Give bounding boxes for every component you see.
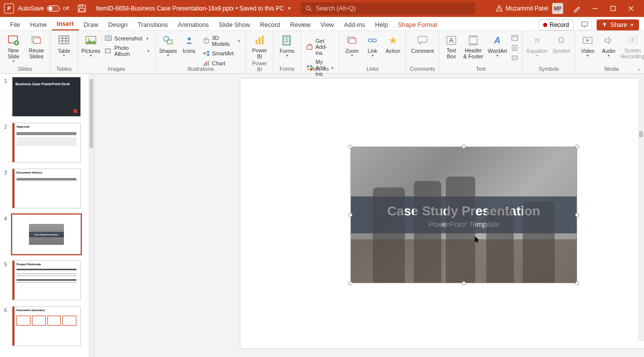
screenshot-button[interactable]: Screenshot▼ [103,34,152,43]
svg-point-56 [372,39,376,42]
resize-handle-nw[interactable] [348,145,352,149]
date-time-button[interactable] [510,34,519,42]
svg-rect-11 [582,22,588,26]
search-placeholder: Search (Alt+Q) [316,5,356,12]
record-button[interactable]: Record [539,19,574,30]
resize-handle-w[interactable] [348,213,352,217]
resize-handle-sw[interactable] [348,281,352,285]
object-button[interactable] [510,54,519,62]
svg-rect-69 [513,57,516,59]
minimize-button[interactable] [586,1,604,15]
autosave-toggle[interactable]: AutoSave Off [18,5,69,12]
resize-handle-e[interactable] [575,213,579,217]
tab-slideshow[interactable]: Slide Show [214,18,255,30]
tab-animations[interactable]: Animations [173,18,214,30]
present-mode-button[interactable] [578,18,592,30]
maximize-button[interactable] [604,1,622,15]
thumb-slide-2[interactable]: 2 Approval [0,120,94,166]
svg-line-37 [205,53,207,55]
photo-album-button[interactable]: Photo Album▼ [103,44,152,58]
thumb-slide-3[interactable]: 3 Document History [0,166,94,211]
svg-rect-1 [80,5,83,7]
textbox-button[interactable]: A Text Box [442,33,460,59]
pen-icon[interactable] [573,4,581,12]
forms-button[interactable]: Forms▼ [277,33,298,57]
selected-image-shape[interactable]: Case Study Presentation PowerPoint Templ… [350,147,577,283]
ribbon-tabs: File Home Insert Draw Design Transitions… [0,17,644,31]
tab-view[interactable]: View [316,18,339,30]
thumb-slide-5[interactable]: 5 Project Rationale [0,257,94,303]
resize-handle-s[interactable] [462,281,466,285]
editor-scrollbar[interactable] [638,74,644,341]
action-button[interactable]: Action [383,33,402,54]
group-links: Zoom▼ Link▼ Action Links [339,31,406,73]
svg-point-3 [307,6,310,9]
tab-file[interactable]: File [5,18,25,30]
resize-handle-ne[interactable] [575,145,579,149]
audio-button[interactable]: Audio▼ [599,33,618,57]
table-button[interactable]: Table▼ [53,33,74,57]
save-icon[interactable] [78,4,86,12]
tab-help[interactable]: Help [370,18,393,30]
tab-record[interactable]: Record [255,18,285,30]
tab-draw[interactable]: Draw [79,18,103,30]
icons-button[interactable]: Icons [180,33,199,54]
equation-button[interactable]: π Equation▼ [526,33,549,57]
user-account[interactable]: Muzammil Patel MP [506,3,563,14]
share-button[interactable]: Share ▼ [597,19,639,30]
smartart-button[interactable]: SmartArt [201,49,243,58]
search-input[interactable]: Search (Alt+Q) [301,2,475,14]
resize-handle-se[interactable] [575,281,579,285]
thumb-slide-1[interactable]: 1 Business Case PowerPoint Deck [0,74,94,120]
tab-home[interactable]: Home [25,18,51,30]
svg-rect-34 [207,51,209,53]
toggle-icon[interactable] [47,5,60,11]
slide-editor[interactable]: Case Study Presentation PowerPoint Templ… [95,74,644,357]
group-powerbi: Power BI Power BI [246,31,274,73]
powerbi-button[interactable]: Power BI [249,33,270,59]
svg-rect-54 [349,38,356,43]
svg-text:#: # [514,46,516,50]
thumb-slide-6[interactable]: 6 Executive Summary [0,303,94,349]
chevron-down-icon: ▼ [630,23,634,27]
header-footer-button[interactable]: Header & Footer [462,33,484,59]
zoom-button[interactable]: Zoom▼ [342,33,361,57]
3d-models-button[interactable]: 3D Models▼ [201,34,243,48]
comment-button[interactable]: Comment [409,33,436,54]
resize-handle-n[interactable] [462,145,466,149]
tab-addins[interactable]: Add-ins [339,18,370,30]
tab-insert[interactable]: Insert [52,17,79,30]
slide-thumbnail-panel[interactable]: 1 Business Case PowerPoint Deck 2 Approv… [0,74,95,357]
svg-point-32 [188,37,191,40]
group-media: Video▼ Audio▼ Screen Recording Media [575,31,644,73]
selection-border [350,147,577,283]
thumb-scrollbar[interactable] [88,74,94,357]
group-addins: Get Add-ins My Add-ins▼ Add-ins [301,31,339,73]
tab-design[interactable]: Design [103,18,133,30]
svg-point-74 [631,38,634,41]
tab-review[interactable]: Review [285,18,316,30]
shapes-button[interactable]: Shapes▼ [159,33,178,57]
symbol-button[interactable]: Ω Symbol [551,33,572,54]
close-button[interactable] [622,1,640,15]
svg-rect-28 [105,49,110,53]
file-name[interactable]: ItemID-6658-Business Case Presentation-1… [96,5,284,12]
pictures-button[interactable]: Pictures▼ [81,33,101,57]
tab-shape-format[interactable]: Shape Format [393,18,442,30]
wordart-button[interactable]: A WordArt▼ [486,33,508,57]
new-slide-button[interactable]: New Slide▼ [3,33,24,63]
video-button[interactable]: Video▼ [578,33,597,57]
chevron-down-icon[interactable]: ▼ [287,6,292,11]
thumb-slide-4[interactable]: 4 Case Study Presentation [0,211,94,257]
reuse-slides-button[interactable]: Reuse Slides [26,33,47,59]
svg-rect-42 [259,37,261,44]
ribbon-collapse-button[interactable]: ⌄ [637,66,641,71]
screen-recording-button[interactable]: Screen Recording [620,33,644,59]
svg-rect-61 [469,36,477,37]
warning-icon[interactable] [496,5,503,12]
slide-number-button[interactable]: # [510,44,519,52]
svg-point-25 [88,38,90,40]
tab-transitions[interactable]: Transitions [133,18,173,30]
link-button[interactable]: Link▼ [363,33,381,57]
get-addins-button[interactable]: Get Add-ins [304,37,336,57]
